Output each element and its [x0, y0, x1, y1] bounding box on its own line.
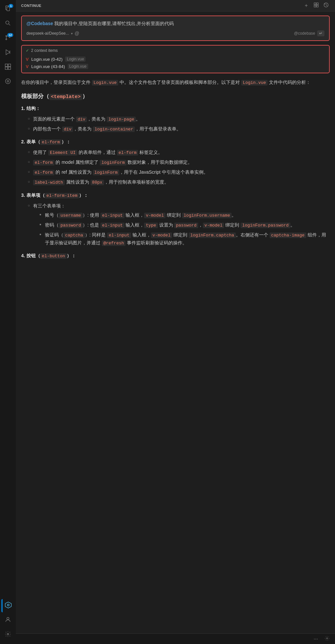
layout-icon [314, 2, 319, 9]
bullet-1-2: 内部包含一个 div，类名为 login-container，用于包裹登录表单。 [28, 125, 330, 133]
codebase-label: @codebase [294, 31, 315, 36]
code-refresh: @refresh [102, 240, 126, 246]
sidebar-item-extensions[interactable] [1, 61, 15, 74]
sidebar-item-files[interactable]: 1 [1, 3, 15, 16]
sidebar-item-settings[interactable] [1, 628, 15, 641]
main-panel: CONTINUE + [16, 0, 335, 644]
section-2-bullets: 使用了 Element UI 的表单组件，通过 el-form 标签定义。 el… [21, 149, 330, 186]
sidebar-item-account[interactable] [1, 614, 15, 627]
panel-header: CONTINUE + [16, 0, 335, 12]
sidebar-item-remote[interactable] [1, 75, 15, 89]
query-box: @Codebase 我的项目中,登陆页面在哪里,请帮忙找出,并分析里面的代码 d… [21, 16, 330, 41]
layout-button[interactable] [313, 2, 320, 9]
svg-point-18 [7, 633, 9, 635]
code-captcha: captcha [63, 233, 85, 238]
code-loginform-2: loginForm [93, 170, 119, 175]
sidebar-item-run[interactable] [1, 46, 15, 59]
context-filename-2: Login.vue (43-84) [31, 64, 65, 69]
code-element-ui: Element UI [48, 150, 77, 156]
code-80px: 80px [91, 180, 104, 185]
sub-bullet-username: 账号（username）: 使用 el-input 输入框，v-model 绑定… [40, 211, 330, 219]
svg-line-3 [9, 24, 10, 25]
panel-title: CONTINUE [21, 4, 41, 8]
section-1-title: 1. 结构： [21, 105, 330, 113]
section-template-title: 模板部分（<template>） [21, 92, 330, 101]
svg-point-24 [326, 638, 328, 639]
sidebar-item-search[interactable] [1, 17, 15, 30]
section-2-title: 2. 表单（el-form）： [21, 138, 330, 146]
settings-icon [5, 631, 11, 639]
query-body: 我的项目中,登陆页面在哪里,请帮忙找出,并分析里面的代码 [53, 21, 174, 26]
context-filename-1: Login.vue (0-42) [31, 57, 63, 62]
svg-marker-15 [5, 602, 11, 608]
bullet-1-1: 页面的根元素是一个 div，类名为 login-page。 [28, 115, 330, 123]
context-count: 2 context items [31, 48, 58, 53]
model-selector[interactable]: deepseek-ai/DeepSee... ▾ @ [26, 31, 79, 36]
ellipsis-button[interactable]: ··· [312, 635, 320, 643]
context-item[interactable]: V Login.vue (0-42) Login.vue [26, 55, 325, 63]
svg-rect-9 [5, 64, 8, 66]
section-4-title: 4. 按钮（el-button）： [21, 252, 330, 260]
query-meta: deepseek-ai/DeepSee... ▾ @ @codebase ↵ [26, 30, 324, 36]
section-3-sub-bullets: 账号（username）: 使用 el-input 输入框，v-model 绑定… [33, 211, 330, 247]
svg-rect-11 [5, 67, 8, 69]
search-icon [5, 20, 11, 28]
sub-bullet-captcha: 验证码（captcha）: 同样是 el-input 输入框，v-model 绑… [40, 231, 330, 247]
svg-rect-21 [314, 5, 316, 7]
sidebar: 1 12 [0, 0, 16, 644]
files-badge: 1 [9, 4, 13, 8]
svg-rect-19 [314, 3, 316, 5]
code-captcha-image: captcha-image [270, 233, 306, 238]
ellipsis-icon: ··· [314, 636, 318, 642]
bullet-2-2: el-form 的 model 属性绑定了 loginForm 数据对象，用于双… [28, 159, 330, 166]
header-actions: + [303, 2, 330, 9]
run-icon [5, 49, 11, 57]
code-password-val: password [174, 223, 198, 228]
code-el-form-3: el-form [33, 170, 55, 175]
code-label-width: label-width [33, 180, 65, 185]
extensions-icon [5, 63, 11, 72]
sub-bullet-password: 密码（password）: 也是 el-input 输入框，type 设置为 p… [40, 221, 330, 229]
section-1: 1. 结构： 页面的根元素是一个 div，类名为 login-page。 内部包… [21, 105, 330, 133]
remote-icon [5, 78, 11, 86]
svg-rect-12 [8, 67, 11, 69]
vue-icon-2: V [26, 64, 29, 69]
bottom-bar: ··· [16, 633, 335, 644]
code-username: username [59, 213, 83, 218]
sidebar-item-continue[interactable] [1, 599, 15, 612]
add-button[interactable]: + [303, 2, 310, 9]
section-3-simple-bullets: 有三个表单项： 账号（username）: 使用 el-input 输入框，v-… [21, 202, 330, 247]
history-icon [323, 2, 329, 9]
context-tag-2: Login.vue [68, 64, 88, 69]
query-codebase: @codebase ↵ [294, 30, 324, 36]
svg-point-2 [6, 21, 9, 24]
sidebar-item-git[interactable]: 12 [1, 32, 15, 45]
code-el-input-2: el-input [100, 223, 124, 228]
settings-gear-button[interactable] [323, 635, 331, 643]
chevron-down-icon: ▾ [71, 32, 73, 35]
code-div: div [76, 117, 87, 122]
code-v-model-3: v-model [151, 233, 172, 238]
response-intro: 在你的项目中，登录页面位于文件 Login.vue 中。这个文件包含了登录页面的… [21, 79, 330, 87]
svg-point-14 [6, 79, 11, 84]
code-el-input-1: el-input [100, 213, 124, 218]
context-item-2[interactable]: V Login.vue (43-84) Login.vue [26, 63, 325, 70]
code-el-button: el-button [40, 253, 67, 259]
svg-point-16 [7, 604, 9, 606]
svg-point-13 [7, 80, 9, 82]
code-loginform-1: loginForm [100, 160, 126, 165]
query-text: @Codebase 我的项目中,登陆页面在哪里,请帮忙找出,并分析里面的代码 [26, 20, 324, 27]
vue-icon-1: V [26, 57, 29, 62]
section-3-title: 3. 表单项（el-form-item）： [21, 192, 330, 199]
content-area[interactable]: @Codebase 我的项目中,登陆页面在哪里,请帮忙找出,并分析里面的代码 d… [16, 12, 335, 633]
code-v-model-2: v-model [203, 223, 224, 228]
response-area: 在你的项目中，登录页面位于文件 Login.vue 中。这个文件包含了登录页面的… [21, 79, 330, 260]
context-tag-1: Login.vue [65, 56, 86, 62]
section-1-bullets: 页面的根元素是一个 div，类名为 login-page。 内部包含一个 div… [21, 115, 330, 133]
context-box: ✓ 2 context items V Login.vue (0-42) Log… [21, 45, 330, 73]
intro-file-ref: Login.vue [92, 80, 118, 86]
intro-file-ref2: Login.vue [241, 80, 268, 86]
history-button[interactable] [322, 2, 330, 9]
section-4: 4. 按钮（el-button）： [21, 252, 330, 260]
section-3: 3. 表单项（el-form-item）： 有三个表单项： 账号（usernam… [21, 192, 330, 247]
